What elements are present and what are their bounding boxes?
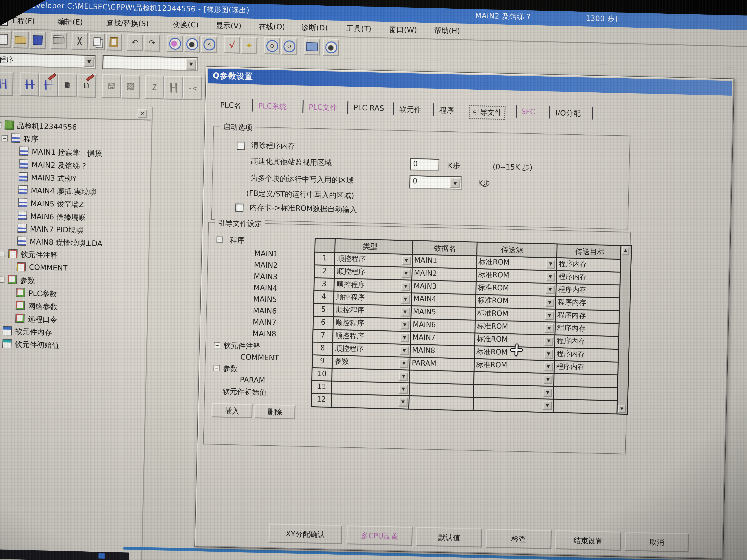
collapse-icon[interactable]: −: [214, 342, 220, 348]
highspeed-input[interactable]: 0: [410, 158, 440, 171]
dropdown-icon[interactable]: ▼: [401, 308, 410, 317]
dropdown-icon[interactable]: ▼: [399, 372, 408, 381]
dropdown-icon[interactable]: ▼: [543, 401, 552, 410]
collapse-icon[interactable]: −: [0, 276, 4, 283]
help-search-button[interactable]: [323, 38, 339, 56]
zoom-q2-button[interactable]: Q: [281, 37, 298, 55]
collapse-icon[interactable]: −: [213, 365, 220, 371]
bf-tree-main8[interactable]: MAIN8: [252, 329, 276, 339]
menu-view[interactable]: 显示(V): [216, 21, 241, 31]
menu-tools[interactable]: 工具(T): [346, 24, 371, 34]
write-monitor-button[interactable]: 🗎: [77, 74, 97, 98]
menu-window[interactable]: 窗口(W): [389, 25, 417, 35]
tree-item-project-root[interactable]: 品检机12344556: [17, 121, 77, 133]
tab-program[interactable]: 程序: [437, 104, 457, 117]
undo-button[interactable]: ↶: [127, 34, 143, 51]
bf-tree-main3[interactable]: MAIN3: [254, 272, 278, 281]
device-search-button[interactable]: A: [201, 35, 217, 53]
close-icon[interactable]: ×: [137, 109, 147, 118]
dropdown-icon[interactable]: ▼: [544, 337, 553, 346]
tree-item-main1[interactable]: MAIN1 捨寐掌 惧掕: [31, 147, 102, 159]
tab-plc-ras[interactable]: PLC RAS: [351, 103, 387, 114]
screen-button[interactable]: [304, 38, 320, 55]
find-contact-button[interactable]: 🖫: [102, 74, 121, 98]
tab-sfc[interactable]: SFC: [519, 106, 538, 117]
menu-diagnostics[interactable]: 诊断(D): [302, 23, 328, 33]
bf-tree-param[interactable]: PARAM: [240, 376, 265, 385]
tree-item-main7[interactable]: MAIN7 PID墝嶼: [30, 224, 83, 236]
tab-device[interactable]: 软元件: [397, 103, 424, 116]
memcard-checkbox[interactable]: [235, 204, 243, 212]
collapse-icon[interactable]: −: [1, 135, 8, 141]
scroll-down-icon[interactable]: ▼: [618, 405, 626, 413]
dropdown-icon[interactable]: ▼: [402, 269, 411, 278]
default-button[interactable]: 默认值: [416, 527, 482, 548]
menu-help[interactable]: 帮助(H): [434, 26, 460, 36]
open-button[interactable]: [12, 31, 29, 49]
tree-item-main8[interactable]: MAIN8 瞸慻墝嶼⊥DA: [29, 237, 103, 249]
bf-tree-main6[interactable]: MAIN6: [253, 306, 277, 316]
bf-tree-main5[interactable]: MAIN5: [253, 295, 277, 304]
write-check-button[interactable]: √: [224, 36, 240, 54]
program-star-button[interactable]: ✦: [241, 36, 258, 54]
clear-memory-checkbox[interactable]: [237, 142, 245, 150]
bf-tree-comment[interactable]: COMMENT: [240, 353, 279, 362]
rung-insert-button[interactable]: ╟╢: [163, 76, 183, 100]
paste-button[interactable]: [106, 33, 122, 51]
tab-plc-system[interactable]: PLC系统: [256, 100, 289, 113]
cancel-button[interactable]: 取消: [625, 532, 689, 552]
tab-boot-file[interactable]: 引导文件: [469, 105, 506, 120]
dropdown-icon[interactable]: ▼: [545, 298, 555, 307]
tree-item-param-group[interactable]: 参数: [20, 275, 35, 286]
program-combo[interactable]: 程序 ▼: [0, 53, 96, 69]
ladder-edit-button[interactable]: ╫┼: [39, 73, 58, 97]
tree-item-main6[interactable]: MAIN6 僄搸墝嶼: [30, 212, 86, 223]
dropdown-icon[interactable]: ▼: [398, 397, 408, 407]
tree-panel-header[interactable]: ×: [0, 104, 151, 121]
end-setup-button[interactable]: 结束设置: [555, 530, 621, 551]
dropdown-icon[interactable]: ▼: [544, 362, 553, 372]
tree-item-main5[interactable]: MAIN5 馂笁墻Z: [30, 198, 84, 210]
tree-item-main3[interactable]: MAIN3 式栁Y: [31, 173, 77, 184]
dropdown-icon[interactable]: ▼: [545, 324, 554, 333]
ladder-monitor-button[interactable]: [184, 35, 200, 53]
bf-tree-main2[interactable]: MAIN2: [254, 261, 278, 270]
tab-plc-name[interactable]: PLC名: [217, 99, 244, 112]
collapse-icon[interactable]: −: [0, 251, 5, 257]
dropdown-icon[interactable]: ▼: [545, 311, 554, 320]
zoom-q1-button[interactable]: Q: [264, 37, 280, 54]
dropdown-icon[interactable]: ▼: [399, 384, 408, 394]
bf-tree-main7[interactable]: MAIN7: [253, 318, 277, 327]
chevron-down-icon[interactable]: ▼: [450, 178, 460, 188]
bf-tree-main4[interactable]: MAIN4: [253, 284, 278, 293]
tree-item-remote-password[interactable]: 远程口令: [28, 314, 57, 325]
bf-tree-comment-group[interactable]: 软元件注释: [223, 341, 260, 352]
chevron-down-icon[interactable]: ▼: [186, 58, 196, 70]
read-monitor-button[interactable]: 🗎: [58, 73, 77, 98]
ladder-view-button[interactable]: ╫╫: [20, 72, 40, 97]
dropdown-icon[interactable]: ▼: [401, 295, 410, 304]
check-button[interactable]: 检查: [486, 529, 552, 549]
save-button[interactable]: [29, 31, 46, 49]
bf-tree-program[interactable]: 程序: [230, 235, 244, 246]
tab-io-assign[interactable]: I/O分配: [553, 107, 583, 120]
tree-item-comment-group[interactable]: 软元件注释: [21, 250, 58, 261]
tree-item-plc-param[interactable]: PLC参数: [28, 289, 57, 299]
print-button[interactable]: [50, 32, 67, 50]
multiblock-select[interactable]: 0▼: [409, 175, 462, 190]
new-button[interactable]: [0, 31, 12, 48]
tree-item-main2[interactable]: MAIN2 及馆绨 ?: [31, 160, 86, 171]
line-insert-button[interactable]: Z: [145, 75, 164, 100]
menu-online[interactable]: 在线(O): [258, 22, 285, 32]
secondary-combo[interactable]: ▼: [102, 55, 198, 71]
copy-button[interactable]: [88, 33, 105, 50]
bf-tree-device-init[interactable]: 软元件初始值: [222, 386, 267, 398]
insert-button[interactable]: 插入: [211, 403, 253, 418]
dropdown-icon[interactable]: ▼: [400, 320, 410, 330]
delete-button[interactable]: 删除: [254, 404, 295, 419]
dropdown-icon[interactable]: ▼: [399, 359, 409, 368]
bf-tree-param-group[interactable]: 参数: [223, 364, 238, 374]
dropdown-icon[interactable]: ▼: [546, 272, 555, 282]
cut-button[interactable]: [71, 32, 88, 50]
tree-item-main4[interactable]: MAIN4 廮挿.実墝嶼: [31, 186, 96, 197]
